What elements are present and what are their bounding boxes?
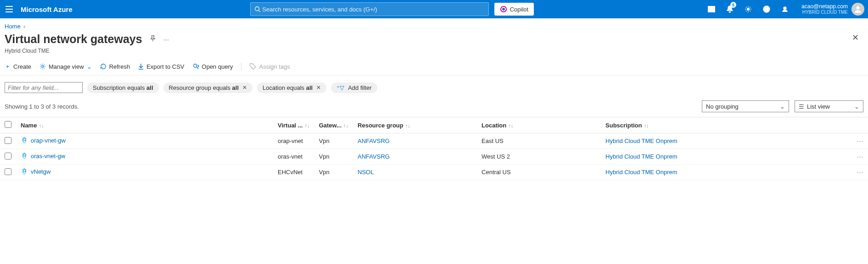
pin-button[interactable] (150, 35, 156, 43)
cloud-shell-button[interactable] (702, 0, 721, 18)
cell-gateway-type: Vpn (314, 133, 353, 149)
remove-filter-icon[interactable]: ✕ (316, 84, 321, 91)
copilot-label: Copilot (510, 6, 528, 13)
chevron-down-icon: ⌄ (854, 103, 859, 110)
cell-vnet: oras-vnet (273, 149, 314, 165)
svg-rect-7 (708, 6, 715, 12)
create-label: Create (13, 63, 31, 70)
svg-point-11 (857, 6, 860, 10)
page-title: Virtual network gateways (5, 33, 142, 46)
avatar (851, 3, 864, 16)
page-header: Virtual network gateways ··· ✕ (0, 33, 868, 49)
chevron-down-icon: ⌄ (87, 63, 92, 70)
col-header-gateway[interactable]: Gatew...↑↓ (314, 117, 353, 133)
subscription-link[interactable]: Hybrid Cloud TME Onprem (605, 169, 678, 176)
create-button[interactable]: ＋ Create (5, 62, 31, 71)
records-summary-row: Showing 1 to 3 of 3 records. No grouping… (0, 98, 868, 117)
row-checkbox[interactable] (5, 153, 11, 160)
open-query-button[interactable]: Open query (193, 63, 233, 70)
filter-pill-subscription[interactable]: Subscription equals all (87, 82, 159, 93)
close-blade-button[interactable]: ✕ (852, 33, 859, 43)
breadcrumb: Home › (0, 18, 868, 33)
row-checkbox[interactable] (5, 168, 11, 175)
row-checkbox[interactable] (5, 137, 11, 144)
svg-rect-2 (6, 11, 13, 12)
row-context-menu[interactable]: ··· (850, 133, 868, 149)
resource-group-link[interactable]: NSOL (358, 169, 374, 176)
remove-filter-icon[interactable]: ✕ (242, 84, 247, 91)
open-query-label: Open query (202, 63, 233, 70)
subscription-link[interactable]: Hybrid Cloud TME Onprem (605, 153, 678, 160)
account-email: acao@netapp.com (801, 3, 848, 10)
resource-name-link[interactable]: oras-vnet-gw (31, 153, 65, 160)
sort-icon: ↑↓ (508, 123, 513, 128)
sort-icon: ↑↓ (39, 123, 44, 128)
global-search[interactable] (250, 2, 489, 16)
pill-prefix: Location equals (263, 84, 306, 91)
svg-point-6 (502, 8, 505, 11)
feedback-button[interactable] (776, 0, 794, 18)
download-icon (138, 63, 144, 70)
global-search-input[interactable] (262, 6, 484, 13)
pill-value: all (306, 84, 313, 91)
toolbar-separator (241, 62, 241, 71)
chevron-down-icon: ⌄ (780, 103, 785, 110)
pill-prefix: Resource group equals (169, 84, 232, 91)
account-tenant: HYBRID CLOUD TME (801, 10, 848, 15)
sort-icon: ↑↓ (305, 123, 310, 128)
select-all-checkbox[interactable] (5, 121, 11, 128)
col-header-name[interactable]: Name↑↓ (16, 117, 273, 133)
copilot-button[interactable]: Copilot (494, 3, 534, 16)
vnet-gateway-icon (21, 154, 28, 161)
settings-button[interactable] (739, 0, 757, 18)
row-context-menu[interactable]: ··· (850, 149, 868, 165)
resource-grid: Name↑↓ Virtual ...↑↓ Gatew...↑↓ Resource… (0, 117, 868, 180)
pill-value: all (232, 84, 239, 91)
svg-line-4 (258, 11, 260, 12)
pill-prefix: Subscription equals (93, 84, 146, 91)
view-value: List view (807, 103, 830, 110)
resource-group-link[interactable]: ANFAVSRG (358, 138, 390, 144)
resource-name-link[interactable]: orap-vnet-gw (31, 137, 66, 144)
filter-pill-location[interactable]: Location equals all ✕ (257, 82, 326, 93)
notifications-button[interactable]: 5 (721, 0, 739, 18)
breadcrumb-home[interactable]: Home (5, 23, 21, 30)
svg-point-12 (42, 66, 44, 67)
col-header-location[interactable]: Location↑↓ (477, 117, 601, 133)
filter-text-input[interactable] (5, 82, 83, 93)
cell-location: West US 2 (477, 149, 601, 165)
filter-pill-resource-group[interactable]: Resource group equals all ✕ (163, 82, 253, 93)
manage-view-button[interactable]: Manage view ⌄ (39, 63, 92, 70)
filter-bar: Subscription equals all Resource group e… (0, 76, 868, 98)
refresh-button[interactable]: Refresh (100, 63, 130, 70)
col-header-vnet[interactable]: Virtual ...↑↓ (273, 117, 314, 133)
assign-tags-button: Assign tags (250, 63, 290, 70)
resource-group-link[interactable]: ANFAVSRG (358, 153, 390, 160)
gear-icon (39, 63, 46, 70)
cell-vnet: orap-vnet (273, 133, 314, 149)
add-filter-label: Add filter (348, 84, 371, 91)
grouping-value: No grouping (706, 103, 739, 110)
col-header-subscription[interactable]: Subscription↑↓ (601, 117, 850, 133)
more-actions-button[interactable]: ··· (163, 35, 169, 43)
help-button[interactable] (757, 0, 776, 18)
export-csv-label: Export to CSV (146, 63, 184, 70)
svg-point-10 (784, 7, 786, 10)
page-subtitle: Hybrid Cloud TME (0, 48, 868, 54)
add-filter-button[interactable]: ⁺▽ Add filter (331, 82, 377, 93)
portal-menu-button[interactable] (0, 0, 18, 18)
sort-icon: ↑↓ (644, 123, 649, 128)
row-context-menu[interactable]: ··· (850, 165, 868, 180)
resource-name-link[interactable]: vNetgw (31, 168, 50, 175)
refresh-label: Refresh (109, 63, 130, 70)
vnet-gateway-icon (21, 170, 28, 176)
subscription-link[interactable]: Hybrid Cloud TME Onprem (605, 138, 678, 144)
svg-point-8 (747, 8, 750, 11)
svg-rect-1 (6, 9, 13, 10)
view-select[interactable]: ☰List view ⌄ (795, 100, 863, 112)
account-menu[interactable]: acao@netapp.com HYBRID CLOUD TME (794, 0, 868, 18)
col-header-resource-group[interactable]: Resource group↑↓ (353, 117, 477, 133)
brand-label[interactable]: Microsoft Azure (18, 6, 82, 13)
grouping-select[interactable]: No grouping ⌄ (702, 100, 789, 112)
export-csv-button[interactable]: Export to CSV (138, 63, 184, 70)
